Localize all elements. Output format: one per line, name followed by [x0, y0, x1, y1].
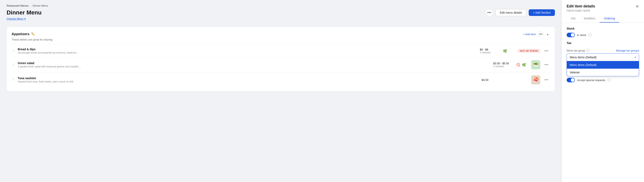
item-price: $0 - $8 2 variants — [480, 48, 500, 54]
list-item: ⠿ Green salad A garden-fresh salad with … — [12, 57, 550, 72]
tax-selected-value: Menu items (Default) — [570, 56, 596, 59]
item-thumbnail: 🥗 — [531, 60, 540, 69]
item-icons: 🌿 — [503, 49, 515, 53]
drag-handle[interactable]: ⠿ — [12, 49, 15, 53]
item-icons: 🚫 🌿 — [516, 63, 529, 67]
breadcrumb-parent[interactable]: Restaurant Menus — [6, 4, 28, 7]
chevron-down-icon: ▾ — [24, 17, 26, 20]
out-of-stock-badge: OUT OF STOCK — [518, 49, 540, 53]
edit-item-panel: Edit item details ✕ Hand-made ravioli In… — [562, 0, 644, 182]
drag-handle[interactable]: ⠿ — [12, 78, 15, 81]
more-options-button[interactable]: ••• — [486, 9, 493, 16]
item-price: $3.50 - $5.50 2 variants — [493, 62, 514, 68]
dots-icon: ••• — [487, 11, 491, 15]
item-more-button[interactable]: ••• — [543, 48, 550, 54]
manage-tax-link[interactable]: Manage tax groups — [616, 49, 639, 52]
tax-dropdown-trigger[interactable]: Menu items (Default) ▾ — [567, 53, 639, 61]
section-subtitle: These dishes are great for sharing — [12, 38, 550, 41]
section-more-button[interactable]: ••• — [538, 31, 544, 37]
item-name: Bread & dips — [18, 48, 477, 51]
edit-section-icon[interactable]: ✏️ — [31, 32, 35, 36]
leaf-icon: 🌿 — [522, 63, 526, 67]
add-item-button[interactable]: + Add Item — [523, 33, 536, 36]
item-description: Seared fresh tuna, fresh herbs, and a to… — [18, 80, 84, 83]
breadcrumb: Restaurant Menus › Dinner Menu — [6, 4, 555, 7]
tax-label-row: Items tax group i Manage tax groups — [567, 49, 639, 52]
tax-info-icon[interactable]: i — [586, 49, 590, 52]
tax-dropdown: Menu items (Default) ▾ Menu items (Defau… — [567, 53, 639, 61]
item-name: Green salad — [18, 61, 491, 65]
chevron-down-icon: ▾ — [635, 56, 636, 59]
item-thumbnail: 🍣 — [531, 75, 540, 84]
item-description: A garden-fresh salad with seasonal green… — [18, 65, 84, 68]
tax-section-title: Tax — [567, 41, 572, 45]
special-requests-label: Accept special requests — [577, 79, 605, 82]
stock-section-title: Stock — [567, 27, 639, 30]
edit-menu-button[interactable]: Edit menu details — [496, 9, 526, 16]
chevron-up-icon: ▲ — [546, 33, 549, 36]
list-item: ⠿ Bread & dips Sourdough bread accompani… — [12, 44, 550, 57]
stock-label: In stock — [577, 34, 586, 37]
panel-subtitle: Hand-made ravioli — [567, 9, 639, 12]
no-image-icon: 🚫 — [516, 63, 520, 67]
tax-group-label: Items tax group — [567, 49, 585, 52]
section-dots-icon: ••• — [539, 32, 542, 36]
breadcrumb-current: Dinner Menu — [32, 4, 48, 7]
section-actions: + Add Item ••• ▲ — [523, 31, 550, 37]
tab-ordering[interactable]: Ordering — [600, 15, 619, 23]
list-item: ⠿ Tuna sashimi Seared fresh tuna, fresh … — [12, 72, 550, 87]
toggle-blue-knob — [571, 78, 574, 82]
change-menu-link[interactable]: Change Menu ▾ — [6, 17, 555, 20]
item-price: $4.50 — [482, 78, 502, 81]
item-description: Sourdough bread accompanied by hummus, b… — [18, 51, 84, 54]
tab-info[interactable]: Info — [567, 15, 580, 23]
item-more-button[interactable]: ••• — [543, 62, 550, 68]
stock-row: In stock i — [567, 33, 639, 37]
panel-tabs: Info Modifiers Ordering — [567, 15, 639, 23]
item-name: Tuna sashimi — [18, 76, 479, 80]
close-panel-button[interactable]: ✕ — [636, 4, 639, 9]
tax-dropdown-menu: Menu items (Default) Veteran — [567, 61, 639, 76]
page-title: Dinner Menu — [6, 9, 42, 16]
section-card: Appetizers ✏️ + Add Item ••• ▲ These dis… — [6, 27, 555, 92]
special-requests-info-icon[interactable]: i — [607, 78, 610, 82]
collapse-section-button[interactable]: ▲ — [546, 32, 550, 37]
add-section-button[interactable]: + Add Section — [529, 9, 555, 16]
item-more-button[interactable]: ••• — [543, 77, 550, 83]
drag-handle[interactable]: ⠿ — [12, 63, 15, 66]
stock-info-icon[interactable]: i — [588, 33, 592, 37]
tax-option-default[interactable]: Menu items (Default) — [567, 61, 639, 69]
leaf-icon: 🌿 — [503, 49, 507, 53]
tax-option-veteran[interactable]: Veteran — [567, 69, 639, 76]
in-stock-toggle[interactable] — [567, 33, 575, 37]
panel-title: Edit item details — [567, 4, 595, 9]
tax-header: Tax — [567, 41, 639, 47]
special-requests-row: Accept special requests i — [567, 78, 639, 82]
section-title: Appetizers — [12, 32, 30, 36]
breadcrumb-separator: › — [30, 4, 31, 7]
header-actions: ••• Edit menu details + Add Section — [486, 9, 555, 16]
toggle-knob — [571, 33, 574, 37]
special-requests-toggle[interactable] — [567, 78, 575, 82]
tab-modifiers[interactable]: Modifiers — [580, 15, 600, 23]
